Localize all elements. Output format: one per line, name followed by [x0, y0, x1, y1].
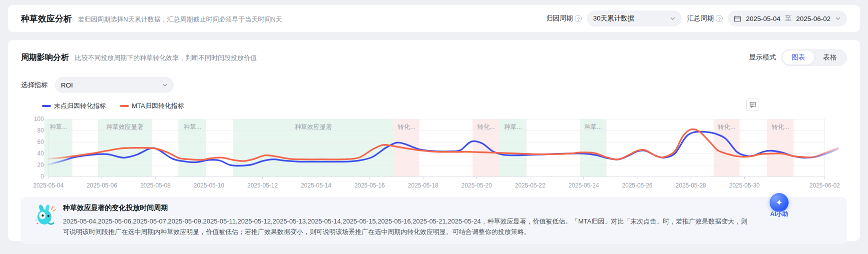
- ai-mascot-icon: [34, 204, 56, 228]
- display-mode-label: 显示模式: [749, 53, 776, 62]
- svg-text:2025-05-30: 2025-05-30: [729, 182, 760, 189]
- chart-block: 末点归因转化指标 MTA归因转化指标 种草...种草效应显著种草...种草效应显…: [21, 101, 847, 192]
- metric-select-label: 选择指标: [21, 80, 48, 90]
- header-card: 种草效应分析 若归因周期选择N天累计数据，汇总周期截止时间必须早于当天时间N天 …: [8, 5, 860, 32]
- date-range-separator: 至: [785, 14, 792, 23]
- svg-text:100: 100: [34, 116, 44, 122]
- svg-text:种草效应显著: 种草效应显著: [295, 124, 332, 130]
- ai-assistant-button[interactable]: ✦ AI小助: [766, 193, 792, 218]
- svg-text:40: 40: [37, 150, 44, 157]
- svg-text:80: 80: [37, 127, 44, 134]
- chevron-down-icon: [835, 16, 841, 22]
- help-icon[interactable]: ?: [716, 15, 723, 22]
- svg-text:2025-05-22: 2025-05-22: [515, 182, 545, 189]
- svg-text:种草效应显著: 种草效应显著: [106, 124, 144, 130]
- svg-text:2025-05-16: 2025-05-16: [354, 182, 385, 189]
- summary-period-label: 汇总周期 ?: [687, 14, 723, 23]
- mode-table-button[interactable]: 表格: [814, 50, 846, 64]
- svg-text:60: 60: [37, 138, 44, 146]
- date-range-start: 2025-05-04: [746, 15, 780, 22]
- svg-text:2025-05-26: 2025-05-26: [622, 182, 652, 189]
- legend-swatch-mta: [120, 105, 129, 107]
- svg-text:转化...: 转化...: [398, 124, 415, 130]
- svg-text:转化...: 转化...: [718, 124, 735, 130]
- page-title: 种草效应分析: [21, 13, 72, 24]
- legend-item-mta[interactable]: MTA归因转化指标: [120, 102, 184, 110]
- help-icon[interactable]: ?: [575, 15, 582, 22]
- attribution-period-label: 归因周期 ?: [546, 14, 582, 23]
- svg-text:2025-05-10: 2025-05-10: [194, 182, 224, 189]
- svg-text:2025-06-02: 2025-06-02: [810, 182, 840, 189]
- attribution-period-value: 30天累计数据: [593, 14, 634, 23]
- svg-text:转化...: 转化...: [477, 124, 494, 130]
- svg-text:种草...: 种草...: [504, 124, 522, 130]
- page-subtitle: 若归因周期选择N天累计数据，汇总周期截止时间必须早于当天时间N天: [78, 15, 282, 24]
- date-range-end: 2025-06-02: [796, 15, 831, 22]
- ai-insight-box: 种草效应显著的变化投放时间周期 2025-05-04,2025-05-06,20…: [21, 197, 847, 244]
- calendar-icon: [734, 15, 741, 22]
- date-range-picker[interactable]: 2025-05-04 至 2025-06-02: [728, 10, 847, 26]
- display-mode-toggle: 图表 表格: [781, 49, 847, 66]
- data-view-icon[interactable]: [746, 98, 759, 111]
- section-subtitle: 比较不同投放周期下的种草转化效率，判断不同时间段投放价值: [75, 54, 257, 62]
- insight-title: 种草效应显著的变化投放时间周期: [63, 204, 750, 212]
- svg-text:2025-05-14: 2025-05-14: [301, 182, 331, 189]
- cycle-impact-chart[interactable]: 种草...种草效应显著种草...种草效应显著转化...转化...种草...种草.…: [21, 114, 847, 192]
- section-title: 周期影响分析: [21, 52, 69, 63]
- svg-text:2025-05-18: 2025-05-18: [408, 182, 438, 189]
- svg-text:种草...: 种草...: [584, 124, 602, 130]
- ai-assistant-label: AI小助: [770, 210, 788, 218]
- chart-legend: 末点归因转化指标 MTA归因转化指标: [42, 101, 847, 111]
- cycle-impact-card: 周期影响分析 比较不同投放周期下的种草转化效率，判断不同时间段投放价值 显示模式…: [8, 40, 860, 241]
- svg-text:种草...: 种草...: [184, 124, 201, 130]
- metric-select[interactable]: ROI: [55, 77, 174, 93]
- svg-text:2025-05-24: 2025-05-24: [568, 182, 599, 189]
- svg-text:2025-05-06: 2025-05-06: [86, 182, 117, 189]
- svg-text:转化...: 转化...: [772, 124, 789, 130]
- chevron-down-icon: [670, 16, 676, 22]
- svg-text:2025-05-12: 2025-05-12: [247, 182, 278, 189]
- svg-text:2025-05-20: 2025-05-20: [461, 182, 492, 189]
- svg-text:20: 20: [37, 162, 44, 168]
- legend-swatch-endpoint: [42, 105, 51, 107]
- svg-text:2025-05-04: 2025-05-04: [33, 182, 63, 189]
- metric-select-value: ROI: [61, 82, 73, 89]
- insight-body: 2025-05-04,2025-05-06,2025-05-07,2025-05…: [63, 216, 750, 238]
- chevron-down-icon: [162, 82, 168, 88]
- svg-text:2025-05-28: 2025-05-28: [676, 182, 706, 189]
- svg-text:种草...: 种草...: [49, 124, 67, 130]
- mode-chart-button[interactable]: 图表: [783, 50, 814, 64]
- ai-sparkle-icon: ✦: [770, 193, 789, 212]
- legend-item-endpoint[interactable]: 末点归因转化指标: [42, 102, 106, 110]
- svg-text:2025-05-08: 2025-05-08: [140, 182, 171, 189]
- svg-text:0: 0: [40, 173, 44, 180]
- attribution-period-select[interactable]: 30天累计数据: [587, 10, 682, 26]
